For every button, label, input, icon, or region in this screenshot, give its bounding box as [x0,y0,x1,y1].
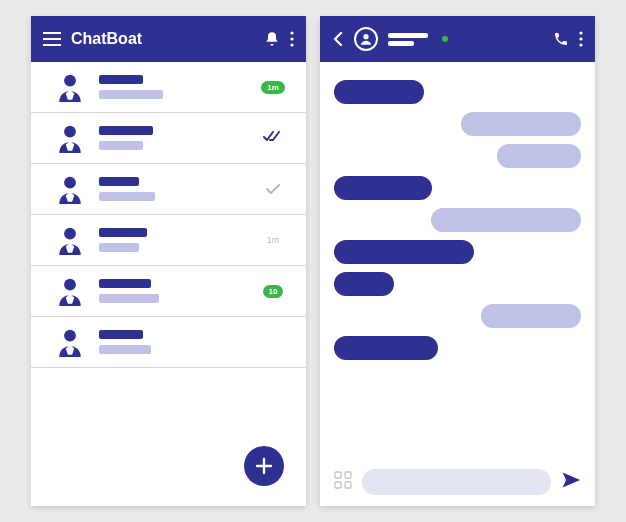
chat-avatar[interactable] [354,27,378,51]
chat-list-screen: ChatBoat 1m1m10 [31,16,306,506]
received-message[interactable] [481,304,581,328]
avatar [55,72,85,102]
svg-point-2 [290,43,293,46]
unread-badge: 1m [261,81,285,94]
unread-badge: 10 [263,285,284,298]
svg-rect-13 [335,472,341,478]
conversation-row[interactable] [31,164,306,215]
svg-point-6 [64,228,76,240]
send-button[interactable] [561,470,581,494]
bell-icon[interactable] [264,31,280,47]
conversation-row[interactable] [31,317,306,368]
menu-icon[interactable] [43,32,61,46]
preview-lines [99,279,242,303]
read-check-icon [263,129,283,147]
chat-screen [320,16,595,506]
svg-point-8 [64,330,76,342]
received-message[interactable] [497,144,581,168]
conversation-row[interactable]: 10 [31,266,306,317]
preview-lines [99,228,242,252]
avatar [55,225,85,255]
avatar [55,123,85,153]
chat-contact-name [388,33,428,46]
svg-point-5 [64,177,76,189]
svg-point-7 [64,279,76,291]
attach-icon[interactable] [334,471,352,493]
svg-point-9 [363,34,368,39]
row-meta: 10 [256,285,290,298]
sent-message[interactable] [334,80,424,104]
chat-more-icon[interactable] [579,31,583,47]
preview-lines [99,330,242,354]
row-meta: 1m [256,235,290,245]
conversation-row[interactable] [31,113,306,164]
svg-point-10 [579,31,582,34]
timestamp: 1m [267,235,280,245]
delivered-check-icon [266,180,280,198]
sent-message[interactable] [334,336,438,360]
row-meta [256,180,290,198]
svg-point-11 [579,37,582,40]
sent-message[interactable] [334,176,432,200]
call-icon[interactable] [553,31,569,47]
online-indicator [442,36,448,42]
list-header: ChatBoat [31,16,306,62]
received-message[interactable] [431,208,581,232]
preview-lines [99,177,242,201]
sent-message[interactable] [334,240,474,264]
svg-point-1 [290,37,293,40]
message-input[interactable] [362,469,551,495]
new-chat-button[interactable] [244,446,284,486]
svg-point-3 [64,75,76,87]
message-list [320,62,595,458]
conversation-list: 1m1m10 [31,62,306,506]
preview-lines [99,75,242,99]
conversation-row[interactable]: 1m [31,62,306,113]
preview-lines [99,126,242,150]
conversation-row[interactable]: 1m [31,215,306,266]
received-message[interactable] [461,112,581,136]
svg-point-0 [290,31,293,34]
row-meta: 1m [256,81,290,94]
composer [320,458,595,506]
avatar [55,327,85,357]
more-icon[interactable] [290,31,294,47]
svg-rect-14 [345,472,351,478]
back-icon[interactable] [332,32,344,46]
sent-message[interactable] [334,272,394,296]
svg-point-12 [579,43,582,46]
chat-header [320,16,595,62]
svg-point-4 [64,126,76,138]
app-title: ChatBoat [71,30,142,48]
svg-rect-16 [345,482,351,488]
avatar [55,276,85,306]
svg-rect-15 [335,482,341,488]
row-meta [256,129,290,147]
avatar [55,174,85,204]
